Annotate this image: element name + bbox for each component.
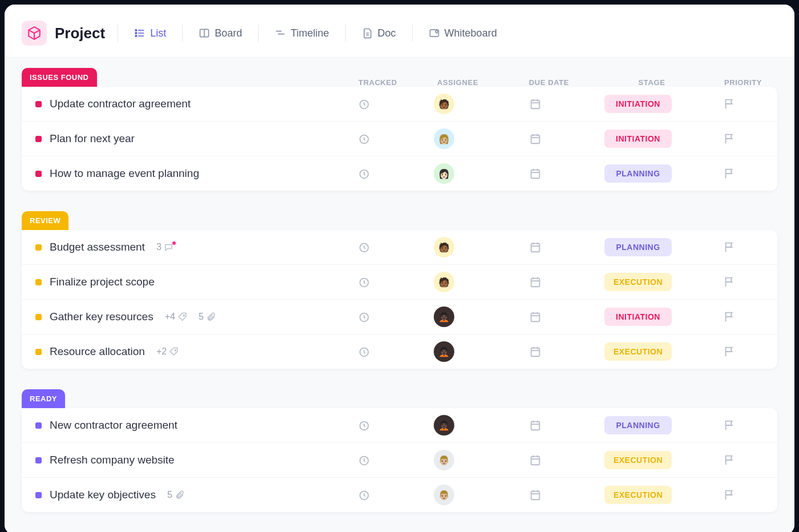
due-date-cell[interactable] <box>490 311 581 323</box>
task-row[interactable]: Resource allocation +2 🧑🏿‍🦱 EXECUTION <box>22 334 777 369</box>
status-bullet <box>35 136 42 142</box>
group-header-row: ISSUES FOUND TRACKED ASSIGNEE DUE DATE S… <box>22 68 777 87</box>
stage-badge: EXECUTION <box>604 273 672 291</box>
stage-cell[interactable]: EXECUTION <box>581 342 695 361</box>
task-row[interactable]: Budget assessment 3 🧑🏾 PLANNING <box>22 230 777 264</box>
page-title: Project <box>55 25 105 42</box>
status-bullet <box>35 101 42 107</box>
due-date-cell[interactable] <box>490 276 581 288</box>
avatar: 👩🏻 <box>434 163 454 184</box>
separator <box>345 25 346 42</box>
stage-cell[interactable]: EXECUTION <box>581 451 695 469</box>
tracked-cell[interactable] <box>330 167 398 180</box>
tags-count[interactable]: +2 <box>156 346 179 357</box>
tab-label: Whiteboard <box>445 27 497 39</box>
tab-board[interactable]: Board <box>191 23 250 44</box>
status-bullet <box>35 279 42 285</box>
assignee-cell[interactable]: 🧑🏿‍🦱 <box>398 341 490 362</box>
attachments-count[interactable]: 5 <box>199 312 216 322</box>
priority-cell[interactable] <box>695 132 764 145</box>
assignee-cell[interactable]: 🧑🏿‍🦱 <box>398 415 490 436</box>
due-date-cell[interactable] <box>490 345 581 358</box>
priority-cell[interactable] <box>695 489 764 501</box>
stage-cell[interactable]: INITIATION <box>581 95 695 113</box>
stage-cell[interactable]: INITIATION <box>581 130 695 148</box>
tracked-cell[interactable] <box>330 454 398 466</box>
priority-cell[interactable] <box>695 98 764 110</box>
svg-point-2 <box>135 33 137 34</box>
tracked-cell[interactable] <box>330 241 398 253</box>
assignee-cell[interactable]: 👨🏼 <box>398 485 490 505</box>
flag-icon <box>723 419 736 432</box>
priority-cell[interactable] <box>695 419 764 432</box>
assignee-cell[interactable]: 🧑🏾 <box>398 94 490 114</box>
calendar-icon <box>529 311 542 323</box>
stage-cell[interactable]: PLANNING <box>581 238 695 256</box>
assignee-cell[interactable]: 🧑🏾 <box>398 237 490 257</box>
tracked-cell[interactable] <box>330 345 398 358</box>
assignee-cell[interactable]: 🧑🏾 <box>398 272 490 292</box>
stage-cell[interactable]: EXECUTION <box>581 273 695 291</box>
assignee-cell[interactable]: 👩🏼 <box>398 128 490 149</box>
flag-icon <box>723 454 736 466</box>
due-date-cell[interactable] <box>490 132 581 145</box>
tracked-cell[interactable] <box>330 276 398 288</box>
priority-cell[interactable] <box>695 311 764 323</box>
due-date-cell[interactable] <box>490 241 581 253</box>
avatar: 🧑🏾 <box>434 94 454 114</box>
task-row[interactable]: Update contractor agreement 🧑🏾 INITIATIO… <box>22 87 777 121</box>
group-badge-issues-found[interactable]: ISSUES FOUND <box>22 68 97 87</box>
task-row[interactable]: Finalize project scope 🧑🏾 EXECUTION <box>22 264 777 299</box>
task-title: How to manage event planning <box>50 167 199 180</box>
priority-cell[interactable] <box>695 345 764 358</box>
tracked-cell[interactable] <box>330 489 398 501</box>
task-row[interactable]: Gather key resources +4 5 🧑🏿‍🦱 INITIATIO… <box>22 299 777 334</box>
assignee-cell[interactable]: 👩🏻 <box>398 163 490 184</box>
column-header-tracked: TRACKED <box>344 78 412 87</box>
tracked-cell[interactable] <box>330 98 398 110</box>
due-date-cell[interactable] <box>490 454 581 466</box>
content: ISSUES FOUND TRACKED ASSIGNEE DUE DATE S… <box>5 58 794 532</box>
tracked-cell[interactable] <box>330 132 398 145</box>
assignee-cell[interactable]: 👨🏼 <box>398 450 490 470</box>
avatar: 🧑🏿‍🦱 <box>434 341 454 362</box>
tab-label: List <box>150 27 166 39</box>
task-row[interactable]: New contractor agreement 🧑🏿‍🦱 PLANNING <box>22 408 777 442</box>
task-row[interactable]: Plan for next year 👩🏼 INITIATION <box>22 121 777 156</box>
tab-label: Doc <box>378 27 396 39</box>
stage-cell[interactable]: PLANNING <box>581 416 695 434</box>
task-row[interactable]: Refresh company website 👨🏼 EXECUTION <box>22 442 777 477</box>
stage-cell[interactable]: EXECUTION <box>581 486 695 504</box>
list-icon <box>134 27 146 39</box>
priority-cell[interactable] <box>695 167 764 180</box>
group-badge-review[interactable]: REVIEW <box>22 211 68 230</box>
priority-cell[interactable] <box>695 454 764 466</box>
tracked-cell[interactable] <box>330 419 398 432</box>
stage-cell[interactable]: PLANNING <box>581 164 695 183</box>
cube-icon <box>27 26 42 41</box>
task-row[interactable]: Update key objectives 5 👨🏼 EXECUTION <box>22 477 777 512</box>
svg-rect-14 <box>531 100 540 109</box>
separator <box>412 25 413 42</box>
tab-timeline[interactable]: Timeline <box>267 23 337 44</box>
due-date-cell[interactable] <box>490 489 581 501</box>
tab-doc[interactable]: Doc <box>354 23 404 44</box>
tracked-cell[interactable] <box>330 311 398 323</box>
priority-cell[interactable] <box>695 276 764 288</box>
assignee-cell[interactable]: 🧑🏿‍🦱 <box>398 307 490 327</box>
tags-count[interactable]: +4 <box>165 312 187 322</box>
due-date-cell[interactable] <box>490 98 581 110</box>
avatar: 👩🏼 <box>434 128 454 149</box>
priority-cell[interactable] <box>695 241 764 253</box>
attachments-count[interactable]: 5 <box>167 490 184 500</box>
stage-cell[interactable]: INITIATION <box>581 308 695 326</box>
stage-badge: INITIATION <box>604 95 672 113</box>
due-date-cell[interactable] <box>490 167 581 180</box>
task-row[interactable]: How to manage event planning 👩🏻 PLANNING <box>22 156 777 191</box>
group-badge-ready[interactable]: READY <box>22 389 65 408</box>
tab-whiteboard[interactable]: Whiteboard <box>421 23 505 44</box>
comments-count[interactable]: 3 <box>156 242 176 252</box>
due-date-cell[interactable] <box>490 419 581 432</box>
paperclip-icon <box>206 312 216 322</box>
tab-list[interactable]: List <box>126 23 174 44</box>
